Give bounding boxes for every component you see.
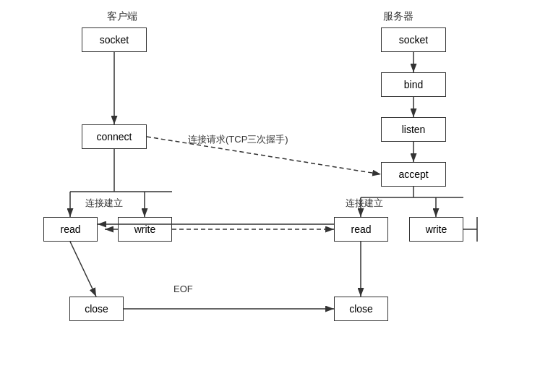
server-bind-box: bind	[381, 72, 446, 97]
client-write-box: write	[118, 217, 172, 242]
client-connection-established-label: 连接建立	[85, 197, 123, 210]
server-close-box: close	[334, 297, 388, 321]
server-read-box: read	[334, 217, 388, 242]
client-close-box: close	[69, 297, 124, 321]
server-accept-box: accept	[381, 162, 446, 187]
eof-label: EOF	[173, 284, 193, 294]
server-write-box: write	[409, 217, 463, 242]
client-read-box: read	[43, 217, 98, 242]
server-label: 服务器	[383, 10, 413, 23]
client-socket-box: socket	[82, 27, 147, 52]
diagram: 客户端 服务器 socket connect read write close …	[0, 0, 540, 392]
connection-request-label: 连接请求(TCP三次握手)	[188, 133, 288, 146]
server-socket-box: socket	[381, 27, 446, 52]
arrows-svg	[0, 0, 540, 392]
client-connect-box: connect	[82, 124, 147, 149]
svg-line-15	[70, 242, 96, 297]
server-connection-established-label: 连接建立	[346, 197, 383, 210]
client-label: 客户端	[107, 10, 137, 23]
server-listen-box: listen	[381, 117, 446, 142]
